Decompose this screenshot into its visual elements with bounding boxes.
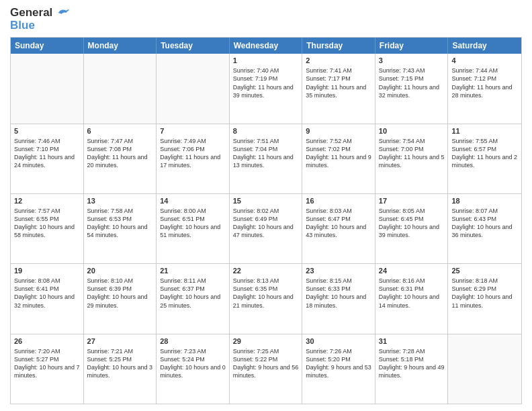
logo-blue: Blue xyxy=(10,19,71,32)
day-cell-13: 13Sunrise: 7:58 AM Sunset: 6:53 PM Dayli… xyxy=(84,194,157,263)
week-row-2: 5Sunrise: 7:46 AM Sunset: 7:10 PM Daylig… xyxy=(11,124,521,194)
day-info: Sunrise: 7:51 AM Sunset: 7:04 PM Dayligh… xyxy=(233,137,299,170)
day-cell-20: 20Sunrise: 8:10 AM Sunset: 6:39 PM Dayli… xyxy=(84,264,157,333)
empty-cell xyxy=(11,54,84,123)
day-number: 8 xyxy=(233,126,299,136)
day-number: 18 xyxy=(451,196,518,206)
day-number: 24 xyxy=(379,266,445,276)
day-info: Sunrise: 7:54 AM Sunset: 7:00 PM Dayligh… xyxy=(379,137,445,170)
day-number: 2 xyxy=(306,56,371,66)
calendar-body: 1Sunrise: 7:40 AM Sunset: 7:19 PM Daylig… xyxy=(11,54,521,404)
day-number: 6 xyxy=(87,126,153,136)
day-cell-15: 15Sunrise: 8:02 AM Sunset: 6:49 PM Dayli… xyxy=(230,194,303,263)
calendar-header: SundayMondayTuesdayWednesdayThursdayFrid… xyxy=(11,38,521,54)
day-info: Sunrise: 7:57 AM Sunset: 6:55 PM Dayligh… xyxy=(14,207,80,240)
header: General Blue xyxy=(10,7,522,32)
logo-general: General xyxy=(10,6,52,19)
day-info: Sunrise: 7:43 AM Sunset: 7:15 PM Dayligh… xyxy=(379,66,445,99)
day-cell-21: 21Sunrise: 8:11 AM Sunset: 6:37 PM Dayli… xyxy=(157,264,230,333)
day-cell-17: 17Sunrise: 8:05 AM Sunset: 6:45 PM Dayli… xyxy=(375,194,449,263)
empty-cell xyxy=(157,54,230,123)
day-number: 28 xyxy=(160,336,226,347)
day-cell-5: 5Sunrise: 7:46 AM Sunset: 7:10 PM Daylig… xyxy=(11,124,84,193)
day-cell-28: 28Sunrise: 7:23 AM Sunset: 5:24 PM Dayli… xyxy=(157,334,230,404)
day-info: Sunrise: 7:52 AM Sunset: 7:02 PM Dayligh… xyxy=(306,137,371,170)
day-number: 1 xyxy=(233,56,299,66)
day-cell-22: 22Sunrise: 8:13 AM Sunset: 6:35 PM Dayli… xyxy=(230,264,303,333)
day-info: Sunrise: 8:10 AM Sunset: 6:39 PM Dayligh… xyxy=(87,277,153,310)
day-info: Sunrise: 7:28 AM Sunset: 5:18 PM Dayligh… xyxy=(379,347,445,380)
header-day-monday: Monday xyxy=(84,38,157,54)
day-number: 12 xyxy=(14,196,80,206)
day-number: 7 xyxy=(160,126,226,136)
day-number: 5 xyxy=(14,126,80,136)
day-cell-10: 10Sunrise: 7:54 AM Sunset: 7:00 PM Dayli… xyxy=(375,124,449,193)
day-info: Sunrise: 7:25 AM Sunset: 5:22 PM Dayligh… xyxy=(233,347,299,380)
header-day-friday: Friday xyxy=(375,38,449,54)
day-info: Sunrise: 8:08 AM Sunset: 6:41 PM Dayligh… xyxy=(14,277,80,310)
day-number: 20 xyxy=(87,266,153,276)
day-number: 19 xyxy=(14,266,80,276)
day-cell-27: 27Sunrise: 7:21 AM Sunset: 5:25 PM Dayli… xyxy=(84,334,157,404)
day-info: Sunrise: 7:21 AM Sunset: 5:25 PM Dayligh… xyxy=(87,347,153,380)
day-number: 22 xyxy=(233,266,299,276)
day-info: Sunrise: 8:07 AM Sunset: 6:43 PM Dayligh… xyxy=(451,207,518,240)
calendar: SundayMondayTuesdayWednesdayThursdayFrid… xyxy=(10,37,522,404)
header-day-saturday: Saturday xyxy=(448,38,521,54)
day-info: Sunrise: 7:26 AM Sunset: 5:20 PM Dayligh… xyxy=(306,347,371,380)
day-cell-23: 23Sunrise: 8:15 AM Sunset: 6:33 PM Dayli… xyxy=(302,264,375,333)
day-number: 13 xyxy=(87,196,153,206)
day-cell-8: 8Sunrise: 7:51 AM Sunset: 7:04 PM Daylig… xyxy=(230,124,303,193)
day-number: 31 xyxy=(379,336,445,347)
day-cell-11: 11Sunrise: 7:55 AM Sunset: 6:57 PM Dayli… xyxy=(448,124,521,193)
week-row-5: 26Sunrise: 7:20 AM Sunset: 5:27 PM Dayli… xyxy=(11,334,521,404)
day-cell-9: 9Sunrise: 7:52 AM Sunset: 7:02 PM Daylig… xyxy=(302,124,375,193)
day-info: Sunrise: 7:20 AM Sunset: 5:27 PM Dayligh… xyxy=(14,347,80,380)
day-number: 25 xyxy=(451,266,518,276)
day-cell-18: 18Sunrise: 8:07 AM Sunset: 6:43 PM Dayli… xyxy=(448,194,521,263)
day-number: 16 xyxy=(306,196,371,206)
logo-bird-icon xyxy=(57,6,71,19)
header-day-thursday: Thursday xyxy=(302,38,375,54)
day-cell-29: 29Sunrise: 7:25 AM Sunset: 5:22 PM Dayli… xyxy=(230,334,303,404)
day-cell-30: 30Sunrise: 7:26 AM Sunset: 5:20 PM Dayli… xyxy=(302,334,375,404)
day-number: 26 xyxy=(14,336,80,347)
empty-cell xyxy=(84,54,157,123)
day-info: Sunrise: 8:13 AM Sunset: 6:35 PM Dayligh… xyxy=(233,277,299,310)
week-row-3: 12Sunrise: 7:57 AM Sunset: 6:55 PM Dayli… xyxy=(11,194,521,264)
day-info: Sunrise: 7:23 AM Sunset: 5:24 PM Dayligh… xyxy=(160,347,226,380)
day-info: Sunrise: 7:41 AM Sunset: 7:17 PM Dayligh… xyxy=(306,66,371,99)
day-info: Sunrise: 8:15 AM Sunset: 6:33 PM Dayligh… xyxy=(306,277,371,310)
header-day-sunday: Sunday xyxy=(11,38,84,54)
day-cell-24: 24Sunrise: 8:16 AM Sunset: 6:31 PM Dayli… xyxy=(375,264,449,333)
day-cell-19: 19Sunrise: 8:08 AM Sunset: 6:41 PM Dayli… xyxy=(11,264,84,333)
day-number: 29 xyxy=(233,336,299,347)
empty-cell xyxy=(448,334,521,404)
header-day-wednesday: Wednesday xyxy=(230,38,303,54)
header-day-tuesday: Tuesday xyxy=(157,38,230,54)
day-info: Sunrise: 7:49 AM Sunset: 7:06 PM Dayligh… xyxy=(160,137,226,170)
day-number: 21 xyxy=(160,266,226,276)
day-info: Sunrise: 8:05 AM Sunset: 6:45 PM Dayligh… xyxy=(379,207,445,240)
day-cell-14: 14Sunrise: 8:00 AM Sunset: 6:51 PM Dayli… xyxy=(157,194,230,263)
day-number: 23 xyxy=(306,266,371,276)
day-number: 3 xyxy=(379,56,445,66)
day-cell-31: 31Sunrise: 7:28 AM Sunset: 5:18 PM Dayli… xyxy=(375,334,449,404)
day-cell-25: 25Sunrise: 8:18 AM Sunset: 6:29 PM Dayli… xyxy=(448,264,521,333)
day-number: 30 xyxy=(306,336,371,347)
day-info: Sunrise: 8:11 AM Sunset: 6:37 PM Dayligh… xyxy=(160,277,226,310)
day-info: Sunrise: 8:18 AM Sunset: 6:29 PM Dayligh… xyxy=(451,277,518,310)
day-number: 4 xyxy=(451,56,518,66)
day-cell-16: 16Sunrise: 8:03 AM Sunset: 6:47 PM Dayli… xyxy=(302,194,375,263)
day-number: 11 xyxy=(451,126,518,136)
day-number: 9 xyxy=(306,126,371,136)
day-info: Sunrise: 7:55 AM Sunset: 6:57 PM Dayligh… xyxy=(451,137,518,170)
day-info: Sunrise: 8:00 AM Sunset: 6:51 PM Dayligh… xyxy=(160,207,226,240)
day-info: Sunrise: 7:40 AM Sunset: 7:19 PM Dayligh… xyxy=(233,66,299,99)
day-number: 14 xyxy=(160,196,226,206)
day-cell-12: 12Sunrise: 7:57 AM Sunset: 6:55 PM Dayli… xyxy=(11,194,84,263)
day-cell-26: 26Sunrise: 7:20 AM Sunset: 5:27 PM Dayli… xyxy=(11,334,84,404)
week-row-1: 1Sunrise: 7:40 AM Sunset: 7:19 PM Daylig… xyxy=(11,54,521,124)
day-cell-7: 7Sunrise: 7:49 AM Sunset: 7:06 PM Daylig… xyxy=(157,124,230,193)
day-info: Sunrise: 7:58 AM Sunset: 6:53 PM Dayligh… xyxy=(87,207,153,240)
